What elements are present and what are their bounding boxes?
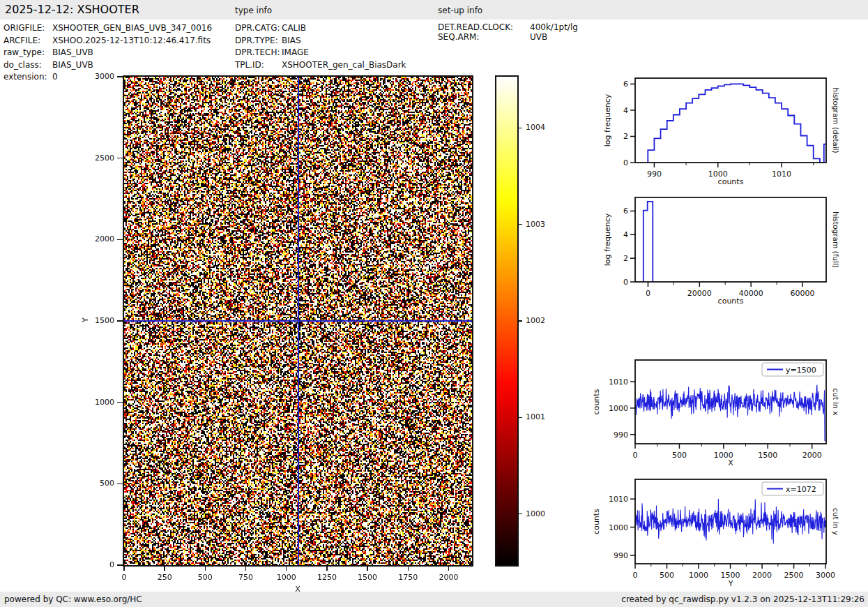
- x-tick: [164, 565, 165, 571]
- y-tick-label: 990: [614, 430, 628, 440]
- metadata-row: SEQ.ARM: UVB: [438, 32, 578, 42]
- y-tick-label: 2: [623, 254, 628, 263]
- metadata-row: DPR.TECH: IMAGE: [235, 47, 406, 59]
- x-tick-label: 990: [647, 170, 662, 179]
- y-tick-label: 4: [623, 106, 628, 115]
- metadata-row: DPR.TYPE: BIAS: [235, 35, 406, 47]
- right-side-label: cut in y: [832, 508, 840, 535]
- x-tick-label: 2000: [436, 573, 461, 582]
- metadata-value: 400k/1pt/lg: [530, 22, 578, 32]
- metadata-label: DPR.TECH:: [235, 47, 282, 59]
- colorbar-tick-label: 1003: [526, 220, 545, 229]
- y-axis-label: Y: [81, 313, 90, 327]
- crosshair-horizontal: [124, 320, 472, 322]
- cut-in-y-plot: 05001000150020002500300099010001010Ycoun…: [589, 472, 868, 603]
- y-tick-label: 990: [614, 551, 628, 560]
- y-tick: [117, 76, 123, 77]
- y-tick-label: 6: [623, 207, 628, 216]
- x-tick-label: 3000: [816, 571, 835, 580]
- metadata-label: DET.READ.CLOCK:: [438, 22, 530, 32]
- right-side-label: histogram (detail): [832, 87, 840, 153]
- legend-label: y=1500: [786, 366, 816, 375]
- colorbar-panel: [495, 75, 519, 567]
- y-tick-label: 500: [86, 479, 114, 488]
- y-tick: [117, 402, 123, 403]
- metadata-label: DPR.TYPE:: [235, 35, 282, 47]
- y-tick: [117, 320, 123, 322]
- y-tick: [117, 564, 123, 566]
- y-tick-label: 0: [623, 158, 628, 167]
- y-tick: [117, 239, 123, 241]
- legend-label: x=1072: [786, 485, 816, 494]
- metadata-row: ARCFILE: XSHOO.2025-12-13T10:12:46.417.f…: [3, 35, 212, 47]
- x-tick-label: 500: [672, 451, 687, 460]
- metadata-row: raw_type: BIAS_UVB: [3, 47, 212, 59]
- histogram-full-plot: 02000040000600000246countslog frequencyh…: [589, 190, 868, 313]
- x-tick: [245, 565, 247, 571]
- x-tick-label: 20000: [687, 289, 712, 298]
- page-title: 2025-12-12: XSHOOTER: [5, 3, 139, 16]
- colorbar-gradient: [496, 77, 517, 565]
- metadata-value: XSHOO.2025-12-13T10:12:46.417.fits: [52, 35, 211, 47]
- right-side-label: cut in x: [832, 388, 840, 415]
- metadata-row: do_class: BIAS_UVB: [3, 59, 212, 72]
- x-tick-label: 1500: [758, 451, 777, 460]
- x-tick-label: 1750: [395, 573, 420, 582]
- section-setup-info: set-up info: [438, 6, 482, 15]
- metadata-label: SEQ.ARM:: [438, 32, 530, 42]
- metadata-label: DPR.CATG:: [235, 22, 282, 35]
- x-tick: [326, 565, 328, 571]
- y-tick-label: 1000: [86, 398, 114, 407]
- x-tick-label: 0: [633, 451, 638, 460]
- y-tick-label: 1500: [86, 316, 114, 325]
- y-tick-label: 0: [623, 278, 628, 287]
- bias-image-panel: [123, 75, 473, 567]
- x-tick-label: 2000: [752, 571, 772, 580]
- right-side-label: histogram (full): [832, 211, 840, 268]
- y-tick-label: 0: [86, 560, 114, 569]
- metadata-row: ORIGFILE: XSHOOTER_GEN_BIAS_UVB_347_0016: [3, 22, 212, 35]
- section-type-info: type info: [235, 6, 272, 15]
- y-axis-label: log frequency: [603, 213, 612, 266]
- colorbar-tick: [517, 514, 522, 515]
- y-tick: [117, 484, 123, 485]
- y-axis-label: log frequency: [603, 93, 612, 147]
- x-tick-label: 1250: [314, 573, 340, 582]
- colorbar-tick-label: 1004: [526, 123, 545, 132]
- x-tick-label: 1500: [355, 573, 380, 582]
- y-tick-label: 1010: [609, 377, 628, 387]
- metadata-row: DET.READ.CLOCK: 400k/1pt/lg: [438, 22, 578, 32]
- colorbar-tick-label: 1000: [526, 509, 545, 518]
- y-axis-label: counts: [592, 509, 601, 534]
- colorbar-tick: [517, 224, 522, 225]
- x-tick-label: 1010: [772, 170, 791, 179]
- metadata-label: ORIGFILE:: [3, 22, 52, 35]
- metadata-value: UVB: [530, 32, 547, 42]
- x-tick-label: 500: [660, 571, 674, 580]
- x-tick-label: 2500: [784, 571, 804, 580]
- x-tick: [367, 565, 368, 571]
- metadata-label: do_class:: [3, 59, 52, 72]
- plot-background: [635, 197, 826, 282]
- y-tick-label: 6: [623, 80, 628, 89]
- metadata-row: DPR.CATG: CALIB: [235, 22, 406, 35]
- type-info-block: DPR.CATG: CALIB DPR.TYPE: BIAS DPR.TECH:…: [235, 22, 406, 71]
- metadata-value: BIAS_UVB: [52, 59, 93, 72]
- x-axis-label: counts: [718, 297, 744, 306]
- x-axis-label: Y: [728, 579, 733, 588]
- metadata-label: ARCFILE:: [3, 35, 52, 47]
- footer-powered-by: powered by QC: www.eso.org/HC: [4, 594, 142, 604]
- footer-created-by: created by qc_rawdisp.py v1.2.3 on 2025-…: [621, 594, 865, 604]
- metadata-value: XSHOOTER_gen_cal_BiasDark: [282, 59, 406, 72]
- x-tick-label: 500: [192, 573, 218, 582]
- colorbar-tick: [517, 320, 522, 322]
- x-axis-label: counts: [718, 177, 744, 186]
- footer-bar: powered by QC: www.eso.org/HC created by…: [0, 592, 868, 607]
- y-axis-label: counts: [592, 389, 601, 414]
- metadata-value: BIAS: [282, 35, 301, 47]
- x-tick-label: 2000: [802, 451, 822, 460]
- metadata-value: IMAGE: [282, 47, 309, 59]
- y-tick-label: 4: [623, 230, 628, 239]
- metadata-label: TPL.ID:: [235, 59, 282, 72]
- x-tick: [286, 565, 287, 571]
